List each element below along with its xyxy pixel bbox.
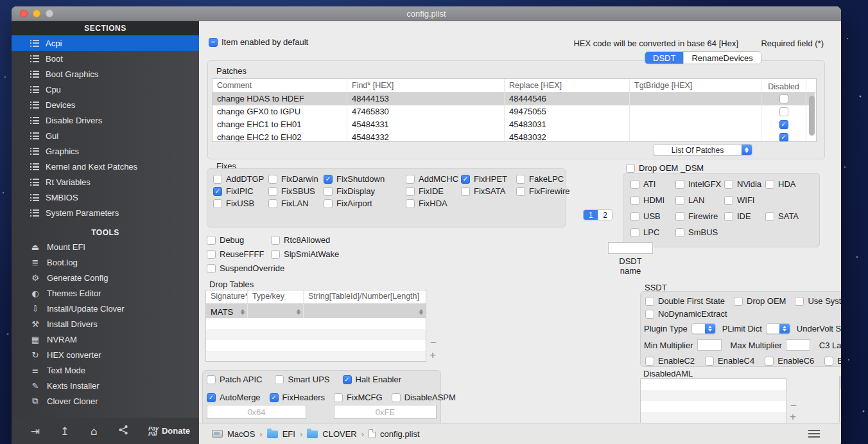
table-row[interactable]: change EHC1 to EH01 45484331 45483031 bbox=[213, 118, 816, 131]
checkbox-fixshutdown[interactable]: FixShutdown bbox=[324, 174, 406, 184]
checkbox-lan[interactable]: LAN bbox=[675, 195, 724, 205]
sidebar-tool-install-update-clover[interactable]: ⇩Install/Update Clover bbox=[12, 301, 199, 316]
checkbox-fixusb[interactable]: FixUSB bbox=[213, 199, 268, 208]
checkbox-fixhpet[interactable]: FixHPET bbox=[461, 174, 516, 184]
column-header-string-number[interactable]: String[TableId]/Number[Length] bbox=[304, 290, 426, 303]
checkbox-disableaspm[interactable]: DisableASPM bbox=[392, 393, 456, 402]
sidebar-tool-boot-log[interactable]: ≣Boot.log bbox=[12, 254, 199, 270]
export-icon[interactable]: ↥ bbox=[50, 425, 80, 438]
column-header-comment[interactable]: Comment bbox=[213, 79, 347, 92]
plugin-type-dropdown[interactable] bbox=[691, 323, 716, 334]
checkbox-fixlan[interactable]: FixLAN bbox=[268, 199, 324, 208]
disabled-checkbox[interactable] bbox=[779, 133, 788, 142]
checkbox-firewire[interactable]: Firewire bbox=[675, 211, 724, 221]
column-header-replace[interactable]: Replace [HEX] bbox=[505, 79, 630, 92]
checkbox-lpc[interactable]: LPC bbox=[630, 227, 675, 237]
sidebar-tool-hex-converter[interactable]: ↻HEX converter bbox=[12, 347, 199, 362]
close-window-button[interactable] bbox=[20, 10, 28, 17]
sidebar-item-acpi[interactable]: Acpi bbox=[12, 35, 199, 51]
checkbox-fixsbus[interactable]: FixSBUS bbox=[268, 186, 324, 196]
checkbox-ide[interactable]: IDE bbox=[724, 211, 765, 221]
dsdt-name-input[interactable] bbox=[608, 242, 653, 254]
item-enabled-checkbox[interactable]: Item enabled by default bbox=[209, 37, 308, 47]
sidebar-tool-clover-cloner[interactable]: ⧉Clover Cloner bbox=[12, 393, 199, 409]
checkbox-intelgfx[interactable]: IntelGFX bbox=[675, 179, 724, 189]
stepper-icon[interactable] bbox=[241, 309, 245, 315]
sidebar-tool-install-drivers[interactable]: ⚒Install Drivers bbox=[12, 316, 199, 332]
checkbox-patch-apic[interactable]: Patch APIC bbox=[207, 375, 262, 384]
table-scrollbar[interactable] bbox=[809, 96, 815, 136]
paypal-donate-button[interactable]: PayPal Donate bbox=[148, 426, 190, 436]
sidebar-item-gui[interactable]: Gui bbox=[12, 128, 199, 143]
pager-page-2[interactable]: 2 bbox=[598, 210, 612, 220]
checkbox-hda[interactable]: HDA bbox=[765, 179, 808, 189]
sidebar-item-system-parameters[interactable]: System Parameters bbox=[12, 205, 199, 220]
sidebar-item-disable-drivers[interactable]: Disable Drivers bbox=[12, 112, 199, 128]
add-drop-table-button[interactable]: + bbox=[430, 351, 436, 360]
column-header-type-key[interactable]: Type/key bbox=[248, 290, 304, 303]
checkbox-enablec6[interactable]: EnableC6 bbox=[765, 356, 814, 366]
column-header-signature[interactable]: Signature* bbox=[206, 290, 248, 303]
sidebar-item-boot[interactable]: Boot bbox=[12, 51, 199, 66]
breadcrumb-item-macos[interactable]: MacOS bbox=[227, 429, 255, 439]
column-header-find[interactable]: Find* [HEX] bbox=[347, 79, 505, 92]
checkbox-suspendoverride[interactable]: SuspendOverride bbox=[207, 263, 271, 273]
checkbox-slpsmiatwake[interactable]: SlpSmiAtWake bbox=[271, 249, 348, 259]
add-disabled-aml-button[interactable]: + bbox=[790, 413, 796, 422]
login-icon[interactable]: ⇥ bbox=[21, 425, 50, 438]
checkbox-use-systemio[interactable]: Use SystemIO bbox=[795, 296, 841, 306]
remove-drop-table-button[interactable]: − bbox=[430, 339, 437, 348]
breadcrumb-item-config-plist[interactable]: config.plist bbox=[380, 429, 419, 439]
min-multiplier-input[interactable] bbox=[697, 339, 722, 351]
stepper-icon[interactable] bbox=[419, 309, 423, 315]
checkbox-ati[interactable]: ATI bbox=[630, 179, 675, 189]
stepper-icon[interactable] bbox=[297, 309, 300, 315]
sidebar-item-graphics[interactable]: Graphics bbox=[12, 143, 199, 159]
share-icon[interactable] bbox=[108, 425, 138, 438]
checkbox-fixmcfg[interactable]: FixMCFG bbox=[334, 393, 383, 402]
checkbox-automerge[interactable]: AutoMerge bbox=[207, 393, 261, 402]
sidebar-tool-kexts-installer[interactable]: ✎Kexts Installer bbox=[12, 378, 199, 393]
tab-renamedevices[interactable]: RenameDevices bbox=[683, 52, 760, 64]
disabled-checkbox[interactable] bbox=[779, 107, 788, 116]
home-icon[interactable]: ⌂ bbox=[79, 425, 108, 438]
zoom-window-button[interactable] bbox=[46, 10, 53, 17]
checkbox-fixsata[interactable]: FixSATA bbox=[461, 186, 516, 196]
checkbox-debug[interactable]: Debug bbox=[207, 235, 271, 245]
checkbox-smart-ups[interactable]: Smart UPS bbox=[275, 375, 329, 384]
minimize-window-button[interactable] bbox=[33, 10, 40, 17]
sidebar-item-kernel-and-kext-patches[interactable]: Kernel and Kext Patches bbox=[12, 159, 199, 174]
sidebar-item-cpu[interactable]: Cpu bbox=[12, 82, 199, 97]
checkbox-fixfirewire[interactable]: FixFirewire bbox=[516, 186, 563, 196]
checkbox-enablec2[interactable]: EnableC2 bbox=[645, 356, 695, 366]
checkbox-fixdarwin[interactable]: FixDarwin bbox=[268, 174, 324, 184]
max-multiplier-input[interactable] bbox=[786, 339, 810, 351]
pager-page-1[interactable]: 1 bbox=[584, 210, 598, 220]
sidebar-item-devices[interactable]: Devices bbox=[12, 97, 199, 112]
checkbox-smbus[interactable]: SmBUS bbox=[675, 227, 724, 237]
sidebar-item-smbios[interactable]: SMBIOS bbox=[12, 190, 199, 205]
table-row[interactable]: change GFX0 to IGPU 47465830 49475055 bbox=[213, 105, 816, 118]
table-row[interactable]: MATS bbox=[206, 304, 426, 318]
checkbox-nvidia[interactable]: NVidia bbox=[724, 179, 765, 189]
reset-address-input[interactable] bbox=[207, 405, 306, 419]
disabled-checkbox[interactable] bbox=[779, 94, 788, 103]
list-item[interactable]: SSDT-NVIDIA-Disable.aml bbox=[840, 377, 841, 389]
sorted-order-list[interactable]: SSDT-NVIDIA-Disable.aml bbox=[839, 376, 841, 422]
sidebar-item-rt-variables[interactable]: Rt Variables bbox=[12, 174, 199, 190]
remove-disabled-aml-button[interactable]: − bbox=[790, 402, 797, 411]
drop-oem-dsm-checkbox[interactable]: Drop OEM _DSM bbox=[626, 163, 704, 173]
checkbox-addmchc[interactable]: AddMCHC bbox=[406, 174, 461, 184]
disabled-checkbox[interactable] bbox=[779, 120, 788, 129]
checkbox-fixide[interactable]: FixIDE bbox=[406, 186, 461, 196]
checkbox-enablec4[interactable]: EnableC4 bbox=[705, 356, 754, 366]
sidebar-tool-themes-editor[interactable]: ◐Themes Editor bbox=[12, 285, 199, 301]
sidebar-tool-text-mode[interactable]: ≡Text Mode bbox=[12, 362, 199, 378]
checkbox-fixheaders[interactable]: FixHeaders bbox=[270, 393, 325, 402]
checkbox-fixhda[interactable]: FixHDA bbox=[406, 199, 461, 208]
checkbox-drop-oem[interactable]: Drop OEM bbox=[734, 296, 786, 306]
checkbox-fixdisplay[interactable]: FixDisplay bbox=[324, 186, 406, 196]
table-row[interactable]: change HDAS to HDEF 48444153 48444546 bbox=[213, 93, 816, 105]
reset-value-input[interactable] bbox=[334, 405, 437, 419]
checkbox-reuseffff[interactable]: ReuseFFFF bbox=[207, 249, 271, 259]
